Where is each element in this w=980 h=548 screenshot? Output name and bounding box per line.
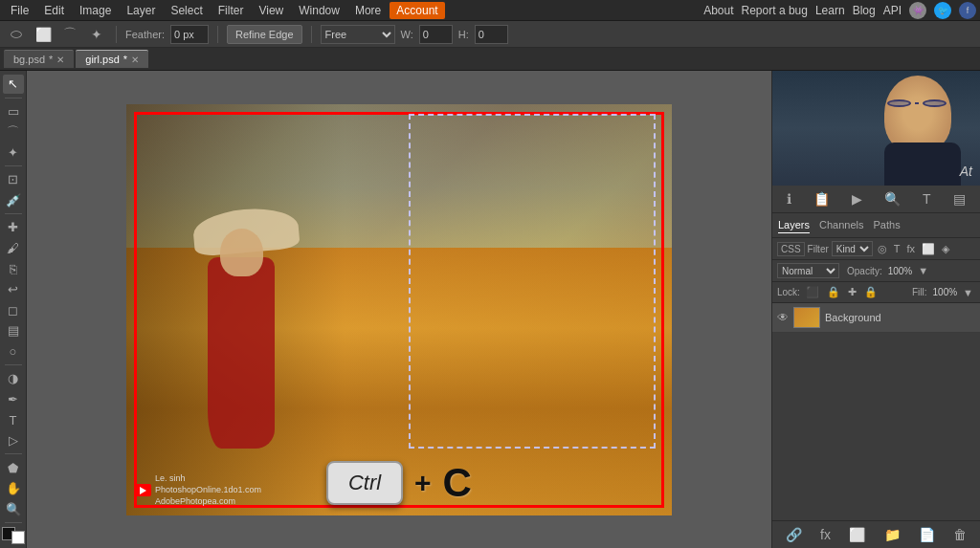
history-icon[interactable]: 📋 xyxy=(810,189,834,208)
tool-zoom[interactable]: 🔍 xyxy=(3,499,24,518)
new-layer-icon[interactable]: 📄 xyxy=(915,525,939,544)
tool-rect-select[interactable]: ⬜ xyxy=(33,24,54,45)
reddit-icon[interactable]: 👾 xyxy=(909,2,926,19)
tool-text[interactable]: T xyxy=(3,410,24,429)
channels-tab[interactable]: Channels xyxy=(819,217,863,233)
tool-shape[interactable]: ⬟ xyxy=(3,458,24,477)
fill-value: 100% xyxy=(933,287,958,297)
tab-bg-label: bg.psd xyxy=(13,54,45,65)
tool-wand[interactable]: ✦ xyxy=(3,143,24,163)
lock-pixels-icon[interactable]: ⬛ xyxy=(804,285,821,299)
smart-icon[interactable]: ◈ xyxy=(940,242,951,256)
opacity-label: Opacity: xyxy=(847,266,882,276)
h-input[interactable] xyxy=(475,25,508,44)
layer-visibility-icon[interactable]: 👁 xyxy=(777,311,789,324)
face-shape xyxy=(884,76,951,152)
top-links: About Report a bug Learn Blog API 👾 🐦 f xyxy=(703,2,976,19)
feather-input[interactable] xyxy=(170,25,209,44)
style-select[interactable]: Free Fixed Ratio Fixed Size xyxy=(321,25,395,44)
menu-item-view[interactable]: View xyxy=(252,2,290,19)
mask-bottom-icon[interactable]: ⬜ xyxy=(845,525,869,544)
search-right-icon[interactable]: 🔍 xyxy=(880,189,904,208)
ctrl-key: Ctrl xyxy=(326,461,403,505)
watermark-text: Le. sinh PhotoshopOnline.1do1.com AdobeP… xyxy=(155,473,261,507)
play-icon[interactable]: ▶ xyxy=(848,189,866,208)
shortcut-overlay: Ctrl + C xyxy=(326,460,472,506)
layer-thumbnail xyxy=(793,307,820,328)
tool-history[interactable]: ↩ xyxy=(3,280,24,299)
link-icon[interactable]: 🔗 xyxy=(782,525,806,544)
info-icon[interactable]: ℹ xyxy=(783,189,795,208)
tab-girl[interactable]: girl.psd * ✕ xyxy=(76,50,148,68)
tool-move[interactable]: ↖ xyxy=(3,75,24,94)
nose-bridge xyxy=(915,102,919,104)
tab-bg-modified: * xyxy=(49,54,53,65)
mask-icon[interactable]: ⬜ xyxy=(920,242,937,256)
fx-bottom-icon[interactable]: fx xyxy=(816,525,835,544)
type-icon[interactable]: T xyxy=(919,189,935,208)
about-link[interactable]: About xyxy=(703,4,733,17)
tool-elliptical[interactable]: ⬭ xyxy=(6,24,27,45)
tool-magic-wand[interactable]: ✦ xyxy=(86,24,107,45)
delete-layer-icon[interactable]: 🗑 xyxy=(949,525,970,544)
layers-tab[interactable]: Layers xyxy=(778,217,810,233)
canvas-area[interactable]: Ctrl + C Le. sinh PhotoshopOnline.1do1.c… xyxy=(27,71,771,548)
toolbar: ⬭ ⬜ ⌒ ✦ Feather: Refine Edge Free Fixed … xyxy=(0,21,980,48)
tool-eraser[interactable]: ◻ xyxy=(3,300,24,319)
tab-bg[interactable]: bg.psd * ✕ xyxy=(4,50,74,68)
opacity-dropdown-icon[interactable]: ▼ xyxy=(916,264,930,277)
w-input[interactable] xyxy=(419,25,453,44)
menu-item-select[interactable]: Select xyxy=(164,2,209,19)
tool-blur[interactable]: ○ xyxy=(3,342,24,362)
tool-crop[interactable]: ⊡ xyxy=(3,170,24,189)
opacity-icon[interactable]: ◎ xyxy=(876,242,889,256)
menu-item-filter[interactable]: Filter xyxy=(212,2,251,19)
blog-link[interactable]: Blog xyxy=(853,4,876,17)
tab-girl-close[interactable]: ✕ xyxy=(131,55,139,65)
tool-brush[interactable]: 🖌 xyxy=(3,239,24,258)
head xyxy=(220,229,263,276)
twitter-icon[interactable]: 🐦 xyxy=(934,2,951,19)
menu-item-file[interactable]: File xyxy=(4,2,35,19)
menu-item-more[interactable]: More xyxy=(348,2,388,19)
menu-item-edit[interactable]: Edit xyxy=(37,2,71,19)
blend-mode-select[interactable]: Normal Multiply Screen Overlay xyxy=(777,263,839,278)
menu-item-layer[interactable]: Layer xyxy=(120,2,162,19)
gradient-icon[interactable]: ▤ xyxy=(949,189,969,208)
tool-lasso[interactable]: ⌒ xyxy=(59,24,80,45)
opacity-row: Normal Multiply Screen Overlay Opacity: … xyxy=(772,260,980,282)
fx-icon[interactable]: fx xyxy=(905,242,918,255)
body-shape xyxy=(884,142,961,186)
tool-pen[interactable]: ✒ xyxy=(3,390,24,409)
tool-hand[interactable]: ✋ xyxy=(3,479,24,498)
tool-lasso-left[interactable]: ⌒ xyxy=(3,122,24,142)
report-link[interactable]: Report a bug xyxy=(742,4,808,17)
tool-path[interactable]: ▷ xyxy=(3,431,24,450)
group-icon[interactable]: 📁 xyxy=(880,525,904,544)
menu-item-window[interactable]: Window xyxy=(292,2,346,19)
paths-tab[interactable]: Paths xyxy=(874,217,901,233)
tab-girl-modified: * xyxy=(123,54,127,65)
background-color[interactable] xyxy=(11,531,25,544)
tool-gradient[interactable]: ▤ xyxy=(3,321,24,340)
watermark: Le. sinh PhotoshopOnline.1do1.com AdobeP… xyxy=(134,473,261,507)
fill-dropdown-icon[interactable]: ▼ xyxy=(961,286,975,299)
lock-move-icon[interactable]: ✚ xyxy=(846,285,858,299)
learn-link[interactable]: Learn xyxy=(815,4,845,17)
lock-all-icon[interactable]: 🔒 xyxy=(862,285,880,299)
menu-item-image[interactable]: Image xyxy=(73,2,118,19)
menu-item-account[interactable]: Account xyxy=(390,2,444,19)
tab-bg-close[interactable]: ✕ xyxy=(56,55,64,65)
kind-select[interactable]: Kind xyxy=(832,241,873,256)
tool-heal[interactable]: ✚ xyxy=(3,218,24,237)
refine-edge-button[interactable]: Refine Edge xyxy=(227,25,302,44)
facebook-icon[interactable]: f xyxy=(959,2,976,19)
tool-rect[interactable]: ▭ xyxy=(3,101,24,121)
layer-item-background[interactable]: 👁 Background xyxy=(772,303,980,333)
type-filter-icon[interactable]: T xyxy=(892,242,902,255)
api-link[interactable]: API xyxy=(883,4,902,17)
tool-clone[interactable]: ⎘ xyxy=(3,259,24,278)
tool-dodge[interactable]: ◑ xyxy=(3,369,24,388)
tool-eyedropper[interactable]: 💉 xyxy=(3,191,24,210)
lock-position-icon[interactable]: 🔒 xyxy=(825,285,842,299)
